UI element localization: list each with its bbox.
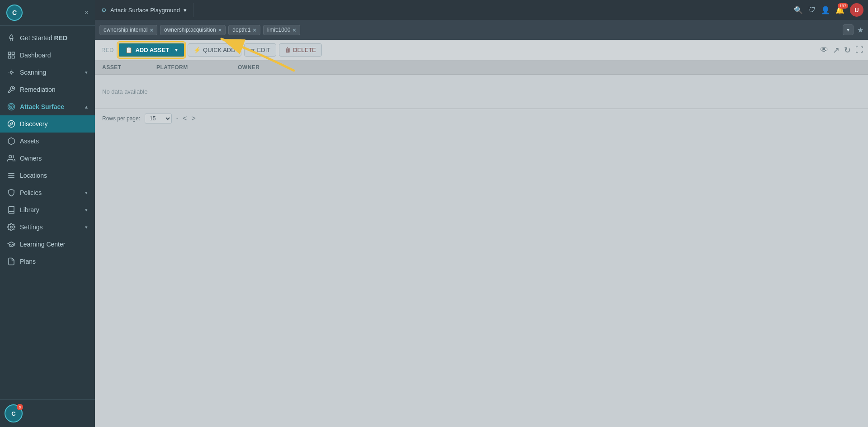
column-owner: Owner	[238, 64, 319, 71]
sidebar-navigation: Get Started RED Dashboard Scanning ▾ Rem…	[0, 26, 95, 399]
box-icon	[7, 137, 15, 145]
learning-center-label: Learning Center	[20, 241, 65, 248]
svg-rect-5	[8, 56, 10, 58]
settings-chevron: ▾	[85, 224, 88, 230]
svg-point-7	[10, 71, 13, 74]
sidebar-item-policies[interactable]: Policies ▾	[0, 184, 95, 201]
scan-icon	[7, 68, 15, 76]
toolbar-right: 👁 ↗ ↻ ⛶	[820, 45, 863, 55]
sidebar-item-discovery[interactable]: Discovery	[0, 115, 95, 133]
sidebar-item-library[interactable]: Library ▾	[0, 201, 95, 218]
add-asset-dropdown-arrow[interactable]: ▾	[172, 47, 178, 53]
library-chevron: ▾	[85, 207, 88, 213]
attack-surface-label: Attack Surface	[20, 103, 64, 110]
quick-add-icon: ⚡	[193, 47, 201, 53]
sidebar-item-get-started[interactable]: Get Started RED	[0, 29, 95, 47]
sidebar-item-owners[interactable]: Owners	[0, 150, 95, 167]
user-avatar[interactable]: U	[850, 3, 863, 17]
filter-tag-close-depth[interactable]: ×	[253, 27, 256, 33]
bottom-logo[interactable]: C 3	[5, 404, 23, 422]
filter-star-icon[interactable]: ★	[857, 26, 863, 34]
user-icon[interactable]: 👤	[821, 6, 830, 14]
assets-label: Assets	[20, 138, 39, 145]
svg-point-17	[10, 226, 13, 228]
filter-bar: ownership:internal × ownership:acquisiti…	[95, 20, 868, 40]
workspace-chevron: ▾	[184, 7, 187, 14]
fullscreen-icon[interactable]: ⛶	[855, 45, 863, 55]
bell-icon[interactable]: 🔔 197	[835, 6, 844, 14]
column-platform: Platform	[156, 64, 238, 71]
quick-add-button[interactable]: ⚡ QUICK ADD	[188, 43, 241, 57]
sidebar-item-attack-surface[interactable]: Attack Surface ▴	[0, 98, 95, 115]
sidebar-item-locations[interactable]: Locations	[0, 167, 95, 184]
edit-button[interactable]: ✏ EDIT	[244, 43, 277, 57]
pagination-next-button[interactable]: >	[191, 114, 195, 123]
bottom-badge: 3	[17, 404, 23, 410]
svg-marker-12	[10, 123, 13, 125]
share-icon[interactable]: ↗	[833, 45, 840, 55]
app-logo[interactable]: C	[6, 5, 23, 21]
workspace-icon: ⚙	[101, 7, 107, 14]
edit-icon: ✏	[250, 47, 255, 53]
top-app-bar: ⚙ Attack Surface Playground ▾ 🔍 🛡 👤 🔔 19…	[95, 0, 868, 20]
sidebar-item-assets[interactable]: Assets	[0, 133, 95, 150]
filter-tag-close-ownership-internal[interactable]: ×	[150, 27, 153, 33]
workspace-name: Attack Surface Playground	[110, 7, 180, 14]
sidebar-item-scanning[interactable]: Scanning ▾	[0, 64, 95, 81]
add-asset-button[interactable]: 📋 ADD ASSET ▾	[118, 43, 185, 57]
attack-surface-chevron: ▴	[85, 104, 88, 110]
workspace-selector[interactable]: ⚙ Attack Surface Playground ▾	[95, 3, 193, 17]
filter-tag-label: ownership:internal	[104, 27, 147, 33]
filter-tag-close-ownership-acquisition[interactable]: ×	[218, 27, 222, 33]
filter-bar-icons: ★	[857, 26, 863, 34]
sidebar-item-plans[interactable]: Plans	[0, 253, 95, 270]
owners-label: Owners	[20, 155, 42, 162]
rows-per-page-select[interactable]: 15	[145, 114, 172, 123]
table-pagination: Rows per page: 15 - < >	[95, 109, 868, 128]
column-asset: Asset	[102, 64, 156, 71]
location-icon	[7, 171, 15, 180]
target-icon	[7, 103, 15, 111]
refresh-icon[interactable]: ↻	[844, 45, 851, 55]
filter-tag-limit: limit:1000 ×	[263, 25, 300, 35]
compass-icon	[7, 120, 15, 128]
scanning-label: Scanning	[20, 69, 46, 76]
notification-badge: 197	[838, 3, 848, 9]
sidebar-item-learning-center[interactable]: Learning Center	[0, 236, 95, 253]
svg-rect-3	[8, 52, 10, 54]
shield-icon[interactable]: 🛡	[808, 6, 816, 14]
policies-chevron: ▾	[85, 190, 88, 196]
partial-text: RED	[99, 47, 115, 53]
gear-icon	[7, 223, 15, 231]
table-header: Asset Platform Owner	[95, 61, 868, 75]
svg-rect-6	[12, 56, 14, 58]
delete-label: DELETE	[293, 47, 316, 53]
search-icon[interactable]: 🔍	[794, 6, 803, 14]
dashboard-label: Dashboard	[20, 52, 51, 59]
sidebar-item-dashboard[interactable]: Dashboard	[0, 47, 95, 64]
delete-icon: 🗑	[285, 47, 291, 53]
policies-label: Policies	[20, 189, 42, 196]
close-sidebar-button[interactable]: ×	[85, 9, 89, 17]
remediation-label: Remediation	[20, 86, 56, 93]
sidebar-header: C ×	[0, 0, 95, 26]
filter-tag-close-limit[interactable]: ×	[292, 27, 296, 33]
filter-tag-ownership-acquisition: ownership:acquisition ×	[160, 25, 226, 35]
plans-label: Plans	[20, 258, 36, 265]
get-started-label: Get Started RED	[20, 34, 67, 42]
rows-per-page-label: Rows per page:	[102, 115, 140, 122]
quick-add-label: QUICK ADD	[203, 47, 236, 53]
sidebar-item-remediation[interactable]: Remediation	[0, 81, 95, 98]
delete-button[interactable]: 🗑 DELETE	[279, 43, 322, 57]
filter-tag-label: depth:1	[232, 27, 250, 33]
locations-label: Locations	[20, 172, 47, 179]
hide-icon[interactable]: 👁	[820, 45, 828, 55]
sidebar-bottom: C 3	[0, 399, 95, 427]
sidebar-item-settings[interactable]: Settings ▾	[0, 218, 95, 236]
table-area: Asset Platform Owner No data available R…	[95, 61, 868, 427]
sidebar: C × Get Started RED Dashboard Scanning ▾	[0, 0, 95, 427]
pagination-prev-button[interactable]: <	[183, 114, 187, 123]
filter-dropdown-button[interactable]: ▾	[843, 24, 854, 35]
filter-tag-depth: depth:1 ×	[228, 25, 260, 35]
svg-point-13	[9, 155, 12, 158]
